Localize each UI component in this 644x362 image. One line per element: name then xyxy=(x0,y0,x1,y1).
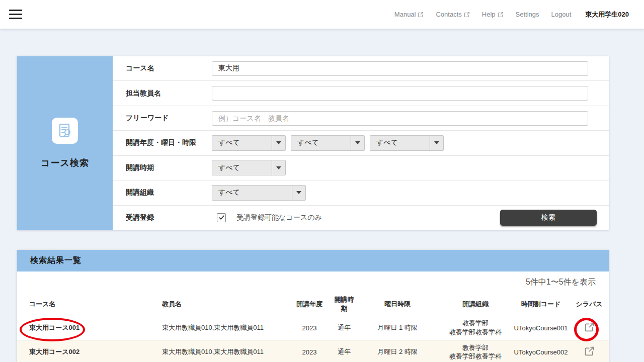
form-row-free-word: フリーワード xyxy=(113,106,609,130)
registration-checkbox-label: 受講登録可能なコースのみ xyxy=(236,213,322,222)
course-002-syllabus-external-link-icon[interactable] xyxy=(584,346,595,356)
period-select[interactable]: すべて xyxy=(370,135,444,151)
results-table: コース名 教員名 開講年度 開講時期 曜日時限 開講組織 時間割コード シラバス… xyxy=(17,293,609,362)
day-select[interactable]: すべて xyxy=(291,135,365,151)
form-row-instructor-name: 担当教員名 xyxy=(113,80,609,105)
course-search-panel: コース検索 コース名 担当教員名 フリーワード 開講年度・曜日・時限 す xyxy=(17,56,609,230)
course-name-label: コース名 xyxy=(113,64,212,73)
external-link-icon xyxy=(464,12,470,18)
table-row-course-001: 東大用コース001 東大用教職員010,東大用教職員011 2023 通年 月曜… xyxy=(17,316,609,340)
document-search-icon xyxy=(52,118,78,144)
nav-contacts-link[interactable]: Contacts xyxy=(436,11,469,18)
search-results-panel: 検索結果一覧 5件中1〜5件を表示 コース名 教員名 開講年度 開講時期 曜日時… xyxy=(17,250,609,362)
course-002-organization: 教養学部 教養学部教養学科 xyxy=(439,340,512,362)
free-word-input[interactable] xyxy=(212,111,588,126)
form-row-organization: 開講組織 すべて xyxy=(113,180,609,205)
search-panel-title: コース検索 xyxy=(41,157,89,169)
top-nav: Manual Contacts Help Settings Logout 東大用… xyxy=(394,10,644,19)
table-header-row: コース名 教員名 開講年度 開講時期 曜日時限 開講組織 時間割コード シラバス xyxy=(17,293,609,316)
col-header-timetable-code: 時間割コード xyxy=(512,293,570,316)
nav-logout-link[interactable]: Logout xyxy=(551,11,572,18)
chevron-down-icon xyxy=(292,186,305,200)
external-link-icon xyxy=(498,12,504,18)
logged-in-username: 東大用学生020 xyxy=(585,10,629,19)
col-header-organization: 開講組織 xyxy=(439,293,512,316)
results-count: 5件中1〜5件を表示 xyxy=(17,272,609,293)
course-002-year: 2023 xyxy=(287,340,332,362)
course-001-term: 通年 xyxy=(332,316,356,340)
year-day-period-label: 開講年度・曜日・時限 xyxy=(113,138,212,147)
course-search-form: コース名 担当教員名 フリーワード 開講年度・曜日・時限 すべて xyxy=(113,56,609,230)
check-icon xyxy=(218,214,225,221)
results-header: 検索結果一覧 xyxy=(17,250,609,272)
results-title: 検索結果一覧 xyxy=(30,255,82,266)
course-002-day-period: 月曜日 2 時限 xyxy=(356,340,439,362)
course-001-teachers: 東大用教職員010,東大用教職員011 xyxy=(162,316,287,340)
nav-manual-link[interactable]: Manual xyxy=(394,11,424,18)
hamburger-menu-icon[interactable] xyxy=(9,7,22,22)
nav-contacts-label: Contacts xyxy=(436,11,461,18)
registration-label: 受講登録 xyxy=(113,213,212,222)
course-001-year: 2023 xyxy=(287,316,332,340)
instructor-name-input[interactable] xyxy=(212,86,588,101)
chevron-down-icon xyxy=(351,136,364,150)
nav-manual-label: Manual xyxy=(394,11,416,18)
form-row-course-name: コース名 xyxy=(113,56,609,80)
nav-settings-link[interactable]: Settings xyxy=(516,11,539,18)
course-001-organization: 教養学部 教養学部教養学科 xyxy=(439,316,512,340)
chevron-down-icon xyxy=(430,136,443,150)
table-row-course-002: 東大用コース002 東大用教職員010,東大用教職員011 2023 通年 月曜… xyxy=(17,340,609,362)
col-header-teachers: 教員名 xyxy=(162,293,287,316)
col-header-course: コース名 xyxy=(17,293,162,316)
form-row-term: 開講時期 すべて xyxy=(113,155,609,180)
course-001-syllabus-external-link-icon[interactable] xyxy=(584,322,595,332)
course-002-teachers: 東大用教職員010,東大用教職員011 xyxy=(162,340,287,362)
course-002-name[interactable]: 東大用コース002 xyxy=(29,348,79,355)
nav-help-label: Help xyxy=(482,11,496,18)
top-bar: Manual Contacts Help Settings Logout 東大用… xyxy=(0,0,644,29)
year-select[interactable]: すべて xyxy=(212,135,286,151)
col-header-term: 開講時期 xyxy=(332,293,356,316)
col-header-syllabus: シラバス xyxy=(570,293,609,316)
course-001-timetable-code: UTokyoCourse001 xyxy=(512,316,570,340)
organization-select-value: すべて xyxy=(212,186,292,200)
nav-logout-label: Logout xyxy=(551,11,572,18)
day-select-value: すべて xyxy=(291,136,351,150)
free-word-label: フリーワード xyxy=(113,114,212,123)
form-row-registration: 受講登録 受講登録可能なコースのみ 検索 xyxy=(113,205,609,230)
organization-select[interactable]: すべて xyxy=(212,185,306,201)
course-search-side: コース検索 xyxy=(17,56,113,230)
chevron-down-icon xyxy=(272,160,285,175)
nav-settings-label: Settings xyxy=(516,11,539,18)
year-select-value: すべて xyxy=(212,136,272,150)
course-001-name[interactable]: 東大用コース001 xyxy=(29,324,79,331)
registration-checkbox[interactable] xyxy=(217,213,226,222)
term-select-value: すべて xyxy=(212,160,272,175)
course-name-input[interactable] xyxy=(212,61,588,76)
course-001-day-period: 月曜日 1 時限 xyxy=(356,316,439,340)
search-button[interactable]: 検索 xyxy=(500,210,597,226)
form-row-year-day-period: 開講年度・曜日・時限 すべて すべて すべて xyxy=(113,130,609,155)
nav-help-link[interactable]: Help xyxy=(482,11,504,18)
course-002-term: 通年 xyxy=(332,340,356,362)
organization-label: 開講組織 xyxy=(113,188,212,197)
period-select-value: すべて xyxy=(370,136,430,150)
term-label: 開講時期 xyxy=(113,163,212,172)
external-link-icon xyxy=(418,12,424,18)
term-select[interactable]: すべて xyxy=(212,160,286,175)
instructor-name-label: 担当教員名 xyxy=(113,89,212,98)
course-002-timetable-code: UTokyoCourse002 xyxy=(512,340,570,362)
chevron-down-icon xyxy=(272,136,285,150)
col-header-day-period: 曜日時限 xyxy=(356,293,439,316)
col-header-year: 開講年度 xyxy=(287,293,332,316)
